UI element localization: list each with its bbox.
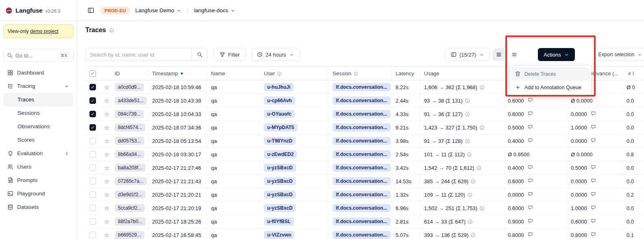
row-checkbox[interactable]: ✓ <box>89 164 96 171</box>
bookmark-star-icon[interactable]: ☆ <box>104 151 109 158</box>
row-checkbox[interactable]: ✓ <box>89 232 96 238</box>
table-row[interactable]: ✓ ☆ b669529... 2025-02-17 16:58:45 qa u-… <box>85 228 644 239</box>
comment-bubble-icon[interactable] <box>528 232 533 238</box>
table-row[interactable]: ✓ ☆ ba8a208f... 2025-02-17 21:27:46 qa u… <box>85 161 644 175</box>
comment-bubble-icon[interactable] <box>591 124 596 131</box>
comment-bubble-icon[interactable] <box>528 111 533 117</box>
time-range-button[interactable]: 24 hours <box>251 48 300 61</box>
goto-search[interactable]: Go to... ⌘K <box>3 49 74 62</box>
user-badge[interactable]: u-MYpDAT5 <box>264 123 297 132</box>
bookmark-star-icon[interactable]: ☆ <box>104 192 109 198</box>
session-badge[interactable]: lf.docs.conversation... <box>333 217 391 226</box>
trace-id-badge[interactable]: 88f2a7b0... <box>115 217 146 226</box>
user-badge[interactable]: u-cp66Avh <box>264 96 295 105</box>
org-selector[interactable]: Langfuse Demo <box>135 7 182 13</box>
session-badge[interactable]: lf.docs.conversation... <box>333 191 391 199</box>
row-height-compact-button[interactable] <box>493 48 505 61</box>
table-row[interactable]: ✓ ☆ 88f2a7b0... 2025-02-17 18:25:26 qa u… <box>85 215 644 228</box>
trace-id-badge[interactable]: 8dcf4574... <box>115 123 145 132</box>
column-header-user[interactable]: User <box>260 67 329 81</box>
user-badge[interactable]: u-yzSBxcD <box>264 164 296 172</box>
row-checkbox[interactable]: ✓ <box>89 111 96 117</box>
comment-bubble-icon[interactable] <box>591 232 596 238</box>
project-selector[interactable]: langfuse-docs <box>194 7 236 13</box>
column-header-latency[interactable]: Latency <box>392 67 420 81</box>
session-badge[interactable]: lf.docs.conversation... <box>333 123 391 132</box>
trace-id-badge[interactable]: dd05753... <box>115 137 144 145</box>
menu-item-add-to-annotation-queue[interactable]: + Add to Annotation Queue <box>511 81 590 94</box>
bookmark-star-icon[interactable]: ☆ <box>104 178 109 184</box>
sidebar-item-traces[interactable]: Traces <box>3 93 74 106</box>
trace-id-badge[interactable]: a0cd0d9... <box>115 83 144 91</box>
comment-bubble-icon[interactable] <box>591 111 596 117</box>
search-submit-button[interactable] <box>191 48 207 61</box>
bookmark-star-icon[interactable]: ☆ <box>104 165 109 171</box>
row-checkbox[interactable]: ✓ <box>89 97 96 104</box>
column-header-name[interactable]: Name <box>207 67 260 81</box>
comment-bubble-icon[interactable] <box>591 164 596 171</box>
comment-bubble-icon[interactable] <box>591 138 596 144</box>
sidebar-item-scores[interactable]: Scores <box>3 133 74 147</box>
user-badge[interactable]: u-yzSBxcD <box>264 204 296 212</box>
comment-bubble-icon[interactable] <box>528 205 533 211</box>
trace-id-badge[interactable]: b669529... <box>115 231 144 239</box>
table-row[interactable]: ✓ ☆ 084c739... 2025-02-18 10:04:33 qa u-… <box>85 107 644 121</box>
sidebar-item-evaluation[interactable]: Evaluation <box>3 147 74 160</box>
comment-bubble-icon[interactable] <box>591 218 596 225</box>
bookmark-star-icon[interactable]: ☆ <box>104 138 109 144</box>
session-badge[interactable]: lf.docs.conversation... <box>333 204 391 212</box>
comment-bubble-icon[interactable] <box>591 191 596 198</box>
actions-button[interactable]: Actions <box>538 48 575 61</box>
user-badge[interactable]: u-yzSBxcD <box>264 177 296 185</box>
user-badge[interactable]: u-T98YnzD <box>264 137 296 145</box>
sidebar-item-tracing[interactable]: Tracing <box>3 79 74 93</box>
bookmark-star-icon[interactable]: ☆ <box>104 125 109 131</box>
sidebar-item-prompts[interactable]: Prompts <box>3 173 74 187</box>
comment-bubble-icon[interactable] <box>528 178 533 184</box>
row-checkbox[interactable]: ✓ <box>89 84 96 90</box>
table-row[interactable]: ✓ ☆ 5cca9cf2... 2025-02-17 21:20:19 qa u… <box>85 202 644 215</box>
column-header-timestamp[interactable]: Timestamp▼ <box>148 67 207 81</box>
sidebar-item-users[interactable]: Users <box>3 160 74 173</box>
filter-button[interactable]: Filter <box>214 48 246 61</box>
sidebar-item-sessions[interactable]: Sessions <box>3 106 74 120</box>
session-badge[interactable]: lf.docs.conversation... <box>333 137 391 145</box>
sidebar-item-playground[interactable]: Playground <box>3 187 74 200</box>
sidebar-item-observations[interactable]: Observations <box>3 120 74 133</box>
user-badge[interactable]: u-f0YfBSL <box>264 217 294 226</box>
row-checkbox[interactable]: ✓ <box>89 138 96 144</box>
session-badge[interactable]: lf.docs.conversation... <box>333 231 391 239</box>
comment-bubble-icon[interactable] <box>528 218 533 225</box>
bookmark-star-icon[interactable]: ☆ <box>104 111 109 117</box>
sidebar-item-datasets[interactable]: Datasets <box>3 200 74 214</box>
session-badge[interactable]: lf.docs.conversation... <box>333 96 391 105</box>
bookmark-star-icon[interactable]: ☆ <box>104 98 109 104</box>
bookmark-star-icon[interactable]: ☆ <box>104 205 109 211</box>
export-selection-button[interactable]: Export selection <box>595 48 644 61</box>
trace-id-badge[interactable]: a433de51... <box>115 96 147 105</box>
bookmark-star-icon[interactable]: ☆ <box>104 219 109 225</box>
session-badge[interactable]: lf.docs.conversation... <box>333 110 391 118</box>
comment-bubble-icon[interactable] <box>591 205 596 211</box>
trace-id-badge[interactable]: 8b66a34... <box>115 150 144 158</box>
column-header-id[interactable]: ID <box>111 67 148 81</box>
table-row[interactable]: ✓ ☆ 8dcf4574... 2025-02-18 07:34:36 qa u… <box>85 121 644 134</box>
row-checkbox[interactable]: ✓ <box>89 124 96 131</box>
session-badge[interactable]: lf.docs.conversation... <box>333 164 391 172</box>
row-checkbox[interactable]: ✓ <box>89 191 96 198</box>
table-row[interactable]: ✓ ☆ d3e9d1f2... 2025-02-17 21:20:21 qa u… <box>85 188 644 202</box>
column-header-score-c[interactable]: # I <box>624 67 644 81</box>
user-badge[interactable]: u-huJhuJi <box>264 83 294 91</box>
table-row[interactable]: ✓ ☆ 8b66a34... 2025-02-18 03:30:17 qa u-… <box>85 148 644 161</box>
comment-bubble-icon[interactable] <box>591 178 596 184</box>
trace-id-badge[interactable]: 084c739... <box>115 110 144 118</box>
menu-item-delete-traces[interactable]: Delete Traces <box>511 67 590 81</box>
session-badge[interactable]: lf.docs.conversation... <box>333 177 391 185</box>
row-checkbox[interactable]: ✓ <box>89 205 96 211</box>
bookmark-star-icon[interactable]: ☆ <box>104 84 109 90</box>
session-badge[interactable]: lf.docs.conversation... <box>333 83 391 91</box>
column-header-session[interactable]: Session <box>329 67 392 81</box>
row-checkbox[interactable]: ✓ <box>89 218 96 225</box>
comment-bubble-icon[interactable] <box>528 138 533 144</box>
trace-id-badge[interactable]: 07265c7a... <box>115 177 147 185</box>
